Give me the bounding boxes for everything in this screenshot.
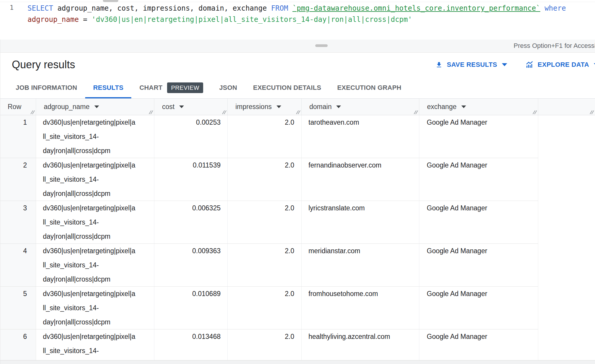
tab-results[interactable]: RESULTS [85,77,131,98]
chart-icon [526,61,533,69]
sort-arrow-icon[interactable] [461,105,466,108]
page-title: Query results [12,58,75,71]
tab-execution-details[interactable]: EXECUTION DETAILS [245,77,329,98]
sql-token-keyword: SELECT [28,4,53,12]
sql-code-line: SELECT adgroup_name, cost, impressions, … [28,3,566,14]
exchange-cell: Google Ad Manager [419,201,538,243]
impressions-cell: 2.0 [228,329,302,364]
column-header-label: Row [8,103,21,111]
adgroup-name-cell: dv360|us|en|retargeting|pixel|all_site_v… [36,158,154,201]
adgroup-name-line: dv360|us|en|retargeting|pixel|a [43,201,149,215]
sort-arrow-icon[interactable] [277,105,281,108]
sql-token-keyword: FROM [271,4,288,12]
row-number-cell: 6 [0,329,36,364]
column-header-exchange[interactable]: exchange [419,99,538,115]
table-header-row: Rowadgroup_namecostimpressionsdomainexch… [0,99,595,115]
row-number-cell: 5 [0,287,36,329]
sort-arrow-icon[interactable] [179,105,184,108]
adgroup-name-cell: dv360|us|en|retargeting|pixel|all_site_v… [36,244,154,286]
download-icon [435,61,443,69]
tab-job-information[interactable]: JOB INFORMATION [8,77,85,98]
splitter-drag-handle-icon[interactable] [315,44,328,47]
impressions-cell: 2.0 [228,287,302,329]
domain-cell: tarotheaven.com [302,115,419,158]
table-row: 1dv360|us|en|retargeting|pixel|all_site_… [0,115,538,158]
column-resize-handle-icon[interactable] [222,110,227,114]
editor-top-divider [0,2,595,2]
row-number-cell: 3 [0,201,36,243]
results-table: Rowadgroup_namecostimpressionsdomainexch… [0,99,595,364]
cost-cell: 0.009363 [154,244,228,286]
column-header-label: domain [309,103,332,111]
adgroup-name-line: dv360|us|en|retargeting|pixel|a [43,329,149,344]
adgroup-name-line: dv360|us|en|retargeting|pixel|a [43,158,149,172]
sql-token-plain: adgroup_name, cost, impressions, domain,… [53,4,271,12]
exchange-cell: Google Ad Manager [419,287,538,329]
adgroup-name-line: day|ron|all|cross|dcpm [43,315,149,329]
adgroup-name-line: ll_site_visitors_14- [43,301,149,315]
column-header-adgroup_name[interactable]: adgroup_name [36,99,154,115]
table-row: 6dv360|us|en|retargeting|pixel|all_site_… [0,329,538,364]
exchange-cell: Google Ad Manager [419,244,538,286]
column-resize-handle-icon[interactable] [414,110,418,114]
column-header-domain[interactable]: domain [302,99,419,115]
explore-data-button[interactable]: EXPLORE DATA [526,61,595,69]
adgroup-name-line: day|ron|all|cross|dcpm [43,229,149,243]
explore-data-label: EXPLORE DATA [538,61,589,69]
editor-statusbar: Press Option+F1 for Accessi [0,40,595,53]
adgroup-name-line: day|ron|all|cross|dcpm [43,272,149,286]
sql-table-reference-link[interactable]: `pmg-datawarehouse.omni_hotels_core.inve… [292,4,540,12]
impressions-cell: 2.0 [228,158,302,201]
adgroup-name-line: ll_site_visitors_14- [43,344,149,358]
exchange-cell: Google Ad Manager [419,329,538,364]
domain-cell: lyricstranslate.com [302,201,419,243]
column-resize-handle-icon[interactable] [149,110,153,114]
tab-execution-graph[interactable]: EXECUTION GRAPH [329,77,409,98]
accessibility-hint: Press Option+F1 for Accessi [514,40,595,53]
tab-label: JOB INFORMATION [16,84,77,92]
column-header-impressions[interactable]: impressions [228,99,302,115]
tab-chart[interactable]: CHARTPREVIEW [131,77,211,98]
adgroup-name-line: ll_site_visitors_14- [43,258,149,272]
sort-arrow-icon[interactable] [94,105,99,108]
column-resize-handle-icon[interactable] [296,110,300,114]
adgroup-name-line: day|ron|all|cross|dcpm [43,186,149,201]
editor-scrollbar-thumb[interactable] [103,0,118,2]
results-tabs: JOB INFORMATIONRESULTSCHARTPREVIEWJSONEX… [0,77,595,99]
impressions-cell: 2.0 [228,201,302,243]
table-row: 3dv360|us|en|retargeting|pixel|all_site_… [0,201,538,244]
adgroup-name-line: dv360|us|en|retargeting|pixel|a [43,287,149,301]
table-row: 2dv360|us|en|retargeting|pixel|all_site_… [0,158,538,201]
row-number-cell: 1 [0,115,36,158]
sql-token-field: adgroup_name [28,15,79,24]
adgroup-name-line: day|ron|all|cross|dcpm [43,144,149,158]
sort-arrow-icon[interactable] [336,105,341,108]
sql-code-line: adgroup_name = 'dv360|us|en|retargeting|… [28,14,566,25]
adgroup-name-line: dv360|us|en|retargeting|pixel|a [43,244,149,258]
column-resize-handle-icon[interactable] [590,110,594,114]
sql-editor[interactable]: 1 SELECT adgroup_name, cost, impressions… [0,0,595,40]
column-header-row[interactable]: Row [0,99,36,115]
results-actions: SAVE RESULTS EXPLORE DATA [435,61,595,69]
sql-code[interactable]: SELECT adgroup_name, cost, impressions, … [28,3,566,25]
domain-cell: fernandinaobserver.com [302,158,419,201]
cost-cell: 0.010689 [154,287,228,329]
adgroup-name-line: ll_site_visitors_14- [43,215,149,229]
column-header-label: adgroup_name [44,103,90,111]
table-row: 5dv360|us|en|retargeting|pixel|all_site_… [0,287,538,329]
tab-json[interactable]: JSON [211,77,245,98]
tab-label: RESULTS [93,84,123,92]
exchange-cell: Google Ad Manager [419,158,538,201]
adgroup-name-line: dv360|us|en|retargeting|pixel|a [43,115,149,129]
cost-cell: 0.00253 [154,115,228,158]
save-results-button[interactable]: SAVE RESULTS [435,61,507,69]
sql-token-plain [540,4,544,12]
column-resize-handle-icon[interactable] [533,110,537,114]
sql-token-keyword: where [544,4,566,12]
domain-cell: meridianstar.com [302,244,419,286]
adgroup-name-cell: dv360|us|en|retargeting|pixel|all_site_v… [36,115,154,158]
table-row: 4dv360|us|en|retargeting|pixel|all_site_… [0,244,538,287]
column-header-cost[interactable]: cost [154,99,228,115]
sql-token-string: 'dv360|us|en|retargeting|pixel|all_site_… [92,15,412,24]
column-resize-handle-icon[interactable] [30,110,35,114]
